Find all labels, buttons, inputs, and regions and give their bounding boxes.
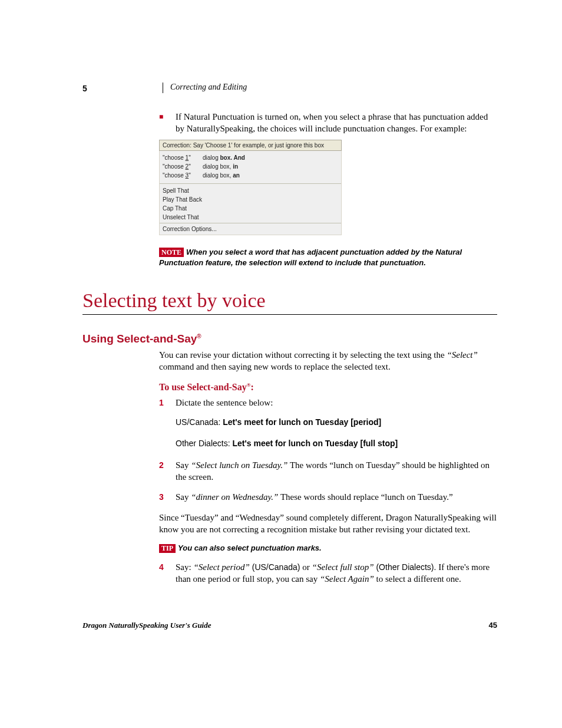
- dialog-action: Cap That: [163, 204, 338, 213]
- section-heading: Selecting text by voice: [82, 289, 497, 315]
- step-2: 2 Say “Select lunch on Tuesday.” The wor…: [159, 459, 497, 483]
- correction-dialog: Correction: Say 'Choose 1' for example, …: [159, 140, 342, 235]
- footer-page-number: 45: [489, 621, 497, 630]
- note-badge: NOTE: [159, 248, 184, 258]
- dialog-actions: Spell That Play That Back Cap That Unsel…: [163, 186, 338, 222]
- step-4: 4 Say: “Select period” (US/Canada) or “S…: [159, 561, 497, 585]
- dialog-action: Unselect That: [163, 213, 338, 222]
- dialog-options: Correction Options...: [163, 226, 338, 232]
- chapter-title: Correcting and Editing: [163, 83, 247, 93]
- step-text: Say: “Select period” (US/Canada) or “Sel…: [176, 561, 497, 585]
- step-3: 3 Say “dinner on Wednesday.” These words…: [159, 491, 497, 503]
- example-line: US/Canada: Let's meet for lunch on Tuesd…: [176, 417, 497, 427]
- dialog-choice-list: "choose 1" dialog box. And "choose 2" di…: [163, 153, 338, 182]
- tip-callout: TIPYou can also select punctuation marks…: [159, 543, 497, 553]
- step-number: 2: [159, 459, 176, 483]
- subsection-heading: Using Select-and-Say®: [82, 332, 497, 345]
- tip-badge: TIP: [159, 544, 176, 553]
- tip-text: You can also select punctuation marks.: [178, 543, 322, 552]
- step-text: Say “dinner on Wednesday.” These words s…: [176, 491, 453, 503]
- procedure-heading: To use Select-and-Say®:: [159, 382, 497, 393]
- chapter-number: 5: [82, 84, 163, 93]
- square-bullet-icon: ■: [159, 111, 176, 135]
- running-header: 5 Correcting and Editing: [82, 83, 497, 93]
- note-callout: NOTEWhen you select a word that has adja…: [159, 247, 497, 268]
- step-number: 3: [159, 491, 176, 503]
- note-text: When you select a word that has adjacent…: [159, 248, 462, 267]
- step-1: 1 Dictate the sentence below:: [159, 397, 497, 409]
- paragraph: You can revise your dictation without co…: [159, 349, 497, 373]
- body-column: ■ If Natural Punctuation is turned on, w…: [159, 111, 497, 268]
- paragraph: If Natural Punctuation is turned on, whe…: [176, 111, 497, 135]
- dialog-choice: "choose 1" dialog box. And: [163, 153, 338, 162]
- paragraph: Since “Tuesday” and “Wednesday” sound co…: [159, 512, 497, 536]
- dialog-action: Spell That: [163, 186, 338, 195]
- step-text: Say “Select lunch on Tuesday.” The words…: [176, 459, 497, 483]
- dialog-choice: "choose 3" dialog box, an: [163, 171, 338, 180]
- step-text: Dictate the sentence below:: [176, 397, 273, 409]
- page-footer: Dragon NaturallySpeaking User's Guide 45: [82, 621, 497, 630]
- step-number: 4: [159, 561, 176, 585]
- footer-guide-title: Dragon NaturallySpeaking User's Guide: [82, 621, 211, 630]
- document-page: 5 Correcting and Editing ■ If Natural Pu…: [0, 0, 562, 666]
- example-line: Other Dialects: Let's meet for lunch on …: [176, 438, 497, 449]
- bullet-item: ■ If Natural Punctuation is turned on, w…: [159, 111, 497, 135]
- step-number: 1: [159, 397, 176, 409]
- dialog-action: Play That Back: [163, 195, 338, 204]
- dialog-header: Correction: Say 'Choose 1' for example, …: [159, 140, 342, 151]
- dialog-choice: "choose 2" dialog box, in: [163, 162, 338, 171]
